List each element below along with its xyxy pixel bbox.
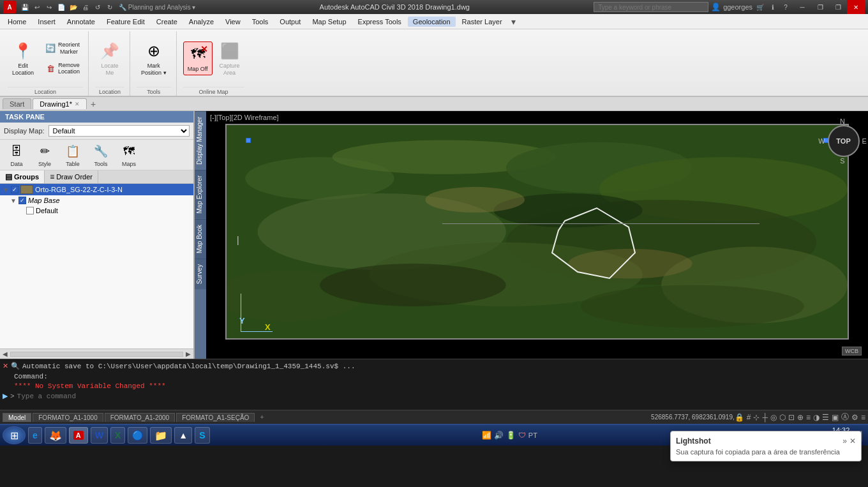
- menu-insert[interactable]: Insert: [33, 17, 61, 27]
- status-tab-formato-secao[interactable]: FORMATO_A1-SEÇÃO: [176, 413, 255, 422]
- status-tab-formato-2000[interactable]: FORMATO_A1-2000: [105, 413, 175, 422]
- sys-lang-icon[interactable]: PT: [528, 431, 537, 439]
- reorient-marker-button[interactable]: 🔄 ReorientMarker: [41, 40, 83, 57]
- side-panel-map-explorer[interactable]: Map Explorer: [195, 170, 206, 218]
- tree-checkbox-orto[interactable]: ✓: [11, 186, 19, 193]
- menu-geolocation[interactable]: Geolocation: [408, 17, 456, 27]
- tab-add-button[interactable]: +: [88, 99, 98, 109]
- taskbar-ie[interactable]: e: [28, 427, 42, 444]
- status-polar-icon[interactable]: ◎: [770, 413, 777, 422]
- tree-item-orto[interactable]: ▼ ✓ Orto-RGB_SG-22-Z-C-I-3-N: [0, 184, 193, 195]
- menu-view[interactable]: View: [220, 17, 246, 27]
- menu-more-icon[interactable]: ▾: [511, 17, 516, 27]
- horizontal-scrollbar[interactable]: ◀ ▶: [0, 348, 193, 359]
- menu-map-setup[interactable]: Map Setup: [307, 17, 351, 27]
- side-panel-survey[interactable]: Survey: [195, 258, 206, 289]
- taskbar-skype[interactable]: S: [195, 427, 209, 444]
- tab-start[interactable]: Start: [3, 98, 31, 109]
- pane-tab-groups[interactable]: ▤ Groups: [0, 170, 45, 183]
- sys-volume-icon[interactable]: 🔊: [494, 431, 504, 440]
- status-tab-formato-1000[interactable]: FORMATO_A1-1000: [33, 413, 103, 422]
- undo2-button[interactable]: ↺: [93, 2, 103, 12]
- plot-button[interactable]: 🖨: [80, 2, 91, 12]
- sys-battery-icon[interactable]: 🔋: [506, 431, 516, 440]
- close-button[interactable]: ✕: [847, 0, 865, 14]
- remove-location-button[interactable]: 🗑 RemoveLocation: [41, 60, 83, 78]
- new-button[interactable]: 📄: [56, 2, 66, 12]
- status-tab-model[interactable]: Model: [3, 413, 31, 422]
- taskbar-autocad[interactable]: A: [69, 427, 88, 444]
- notification-pin-button[interactable]: »: [842, 437, 847, 446]
- tool-table-button[interactable]: 📋 Table: [61, 142, 84, 167]
- menu-create[interactable]: Create: [151, 17, 183, 27]
- open-button[interactable]: 📂: [68, 2, 79, 12]
- command-input[interactable]: [17, 393, 865, 400]
- mark-position-button[interactable]: ⊕ MarkPosition ▾: [137, 38, 171, 79]
- status-settings-icon[interactable]: ≡: [861, 413, 865, 422]
- edit-location-button[interactable]: 📍 EditLocation: [8, 38, 38, 79]
- menu-home[interactable]: Home: [3, 17, 31, 27]
- scroll-right-button[interactable]: ▶: [186, 350, 191, 357]
- scroll-left-button[interactable]: ◀: [3, 350, 8, 357]
- status-transparency-icon[interactable]: ◑: [813, 413, 819, 422]
- side-panel-map-book[interactable]: Map Book: [195, 219, 206, 258]
- menu-output[interactable]: Output: [274, 17, 306, 27]
- command-close-button[interactable]: ✕: [3, 362, 8, 370]
- capture-area-button[interactable]: ⬛ CaptureArea: [215, 38, 244, 79]
- tab-drawing1-close[interactable]: ✕: [75, 101, 80, 107]
- pane-tab-draw-order[interactable]: ≡ Draw Order: [45, 170, 98, 183]
- sys-security-icon[interactable]: 🛡: [518, 431, 526, 440]
- status-ortho-icon[interactable]: ┼: [762, 413, 768, 422]
- menu-raster-layer[interactable]: Raster Layer: [457, 17, 507, 27]
- menu-analyze[interactable]: Analyze: [184, 17, 219, 27]
- taskbar-firefox[interactable]: 🦊: [45, 427, 66, 444]
- tree-item-default[interactable]: ▶ Default: [0, 206, 193, 216]
- redo2-button[interactable]: ↻: [105, 2, 115, 12]
- save-button[interactable]: 💾: [20, 2, 30, 12]
- taskbar-word[interactable]: W: [91, 427, 108, 444]
- status-snap-icon[interactable]: ⊹: [753, 413, 760, 422]
- map-off-button[interactable]: 🗺 ✕ Map Off: [183, 41, 213, 75]
- status-3d-snap-icon[interactable]: ⊡: [788, 413, 795, 422]
- maximize-button[interactable]: ❐: [811, 0, 829, 14]
- start-button[interactable]: ⊞: [3, 426, 26, 444]
- side-panel-display-manager[interactable]: Display Manager: [195, 111, 206, 170]
- status-grid-icon[interactable]: #: [747, 413, 751, 422]
- status-lineweight-icon[interactable]: ≡: [806, 413, 811, 422]
- redo-button[interactable]: ↪: [44, 2, 54, 12]
- display-map-select[interactable]: Default Aerial Street Topographic: [49, 125, 190, 137]
- handle-top-left[interactable]: [246, 138, 251, 143]
- tree-checkbox-map-base[interactable]: ✓: [19, 197, 26, 204]
- status-tab-add-button[interactable]: +: [256, 413, 267, 422]
- menu-tools[interactable]: Tools: [247, 17, 274, 27]
- notification-close-button[interactable]: ✕: [849, 437, 856, 446]
- scroll-track[interactable]: [10, 352, 183, 357]
- command-search-icon[interactable]: 🔍: [11, 362, 20, 370]
- question-icon[interactable]: ?: [781, 2, 791, 12]
- menu-annotate[interactable]: Annotate: [62, 17, 100, 27]
- tool-maps-button[interactable]: 🗺 Maps: [117, 142, 140, 167]
- status-lock-icon[interactable]: 🔒: [735, 413, 744, 422]
- taskbar-excel[interactable]: X: [110, 427, 125, 444]
- undo-button[interactable]: ↩: [32, 2, 42, 12]
- menu-express-tools[interactable]: Express Tools: [353, 17, 407, 27]
- minimize-button[interactable]: ─: [793, 0, 811, 14]
- search-input[interactable]: [594, 2, 708, 12]
- locate-me-button[interactable]: 📌 LocateMe: [95, 38, 124, 79]
- status-dyn-icon[interactable]: ⊕: [797, 413, 804, 422]
- help-icon[interactable]: 🛒: [755, 2, 765, 12]
- taskbar-explorer[interactable]: 📁: [150, 427, 172, 444]
- tree-item-map-base[interactable]: ▼ ✓ Map Base: [0, 195, 193, 206]
- status-workspace-icon[interactable]: ⚙: [851, 413, 858, 422]
- tool-data-button[interactable]: 🗄 Data: [5, 142, 28, 167]
- status-obj-snap-icon[interactable]: ⬡: [779, 413, 786, 422]
- sys-network-icon[interactable]: 📶: [482, 431, 491, 440]
- info-icon[interactable]: ℹ: [768, 2, 778, 12]
- tab-drawing1[interactable]: Drawing1* ✕: [33, 98, 87, 109]
- restore-button[interactable]: ❐: [829, 0, 847, 14]
- taskbar-app1[interactable]: ▲: [174, 427, 192, 444]
- tool-tools-button[interactable]: 🔧 Tools: [89, 142, 112, 167]
- tree-checkbox-default[interactable]: [26, 207, 34, 214]
- menu-feature-edit[interactable]: Feature Edit: [101, 17, 150, 27]
- status-qprop-icon[interactable]: ☰: [822, 413, 829, 422]
